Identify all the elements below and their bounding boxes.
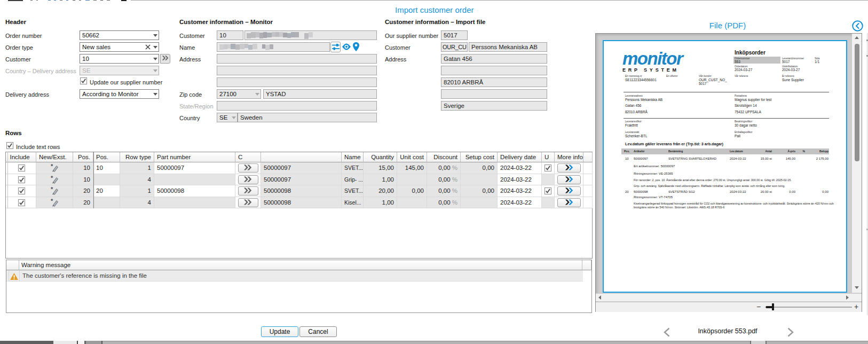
svg-text:*: * bbox=[51, 199, 53, 204]
svg-text:*: * bbox=[51, 164, 53, 169]
svg-text:*: * bbox=[51, 176, 53, 181]
svg-text:*: * bbox=[51, 187, 53, 192]
